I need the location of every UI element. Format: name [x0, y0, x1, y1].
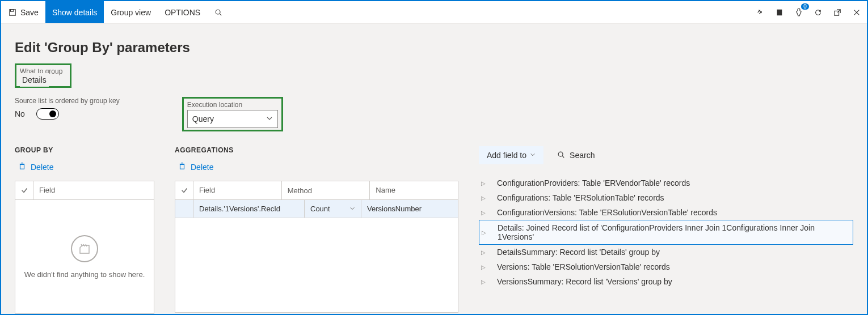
expand-arrow-icon[interactable]: ▷: [481, 180, 487, 186]
save-label: Save: [20, 8, 39, 17]
tree-item-label: Configurations: Table 'ERSolutionTable' …: [497, 193, 664, 202]
agg-col-method[interactable]: Method: [282, 181, 370, 199]
agg-row-field[interactable]: Details.'1Versions'.RecId: [193, 200, 305, 218]
tree-item[interactable]: ▷Versions: Table 'ERSolutionVersionTable…: [479, 259, 853, 274]
notif-badge: 0: [801, 3, 809, 10]
tree-item[interactable]: ▷Details: Joined Record list of 'Configu…: [479, 220, 853, 245]
exec-loc-select[interactable]: Query: [187, 110, 278, 128]
tree-item[interactable]: ▷ConfigurationVersions: Table 'ERSolutio…: [479, 205, 853, 220]
office-icon[interactable]: [774, 7, 785, 18]
tree-section: Add field to Search ▷ConfigurationProvid…: [479, 146, 853, 289]
trash-icon: [18, 162, 26, 172]
expand-arrow-icon[interactable]: ▷: [481, 195, 487, 201]
group-by-empty-msg: We didn't find anything to show here.: [24, 270, 145, 279]
agg-col-field[interactable]: Field: [193, 181, 282, 199]
chevron-down-icon: [530, 151, 536, 159]
tree-item-label: DetailsSummary: Record list 'Details' gr…: [497, 248, 660, 257]
tree-item-label: Details: Joined Record list of 'Configur…: [498, 223, 850, 241]
tree-item[interactable]: ▷VersionsSummary: Record list 'Versions'…: [479, 274, 853, 289]
tree-item[interactable]: ▷Configurations: Table 'ERSolutionTable'…: [479, 190, 853, 205]
save-icon: [8, 8, 17, 17]
aggregations-delete-button[interactable]: Delete: [175, 162, 213, 172]
exec-loc-value: Query: [192, 114, 214, 124]
ordered-value: No: [15, 109, 25, 118]
select-all-checkbox[interactable]: [175, 181, 193, 199]
expand-arrow-icon[interactable]: ▷: [481, 264, 487, 270]
chevron-down-icon: [266, 115, 273, 124]
action-pane: Save Show details Group view OPTIONS 0: [1, 1, 867, 24]
svg-line-15: [562, 156, 564, 158]
close-icon[interactable]: [851, 7, 862, 18]
expand-arrow-icon[interactable]: ▷: [482, 229, 487, 236]
aggregations-grid: Field Method Name Details.'1Versions'.Re…: [175, 181, 458, 313]
svg-line-3: [220, 14, 221, 15]
tree-item-label: Versions: Table 'ERSolutionVersionTable'…: [497, 262, 670, 271]
chevron-down-icon: [349, 205, 355, 213]
options-button[interactable]: OPTIONS: [158, 1, 207, 23]
options-label: OPTIONS: [165, 8, 200, 17]
group-by-col-field[interactable]: Field: [33, 181, 154, 199]
agg-row-method-value: Count: [310, 205, 330, 213]
add-field-to-button[interactable]: Add field to: [479, 146, 543, 164]
group-view-label: Group view: [111, 8, 151, 17]
tree-toolbar: Add field to Search: [479, 146, 853, 164]
toggle-knob: [49, 110, 56, 117]
what-to-group-value[interactable]: Details: [20, 73, 49, 87]
search-icon: [557, 151, 565, 160]
show-details-label: Show details: [52, 8, 97, 17]
select-all-checkbox[interactable]: [15, 181, 33, 199]
group-by-grid: Field We didn't find anything to show he…: [15, 181, 154, 314]
what-to-group-value-ext: [71, 72, 853, 88]
agg-row-name[interactable]: VersionsNumber: [361, 200, 458, 218]
agg-grid-whitespace: [175, 218, 458, 312]
aggregations-delete-label: Delete: [191, 163, 213, 172]
search-icon: [214, 8, 223, 17]
main-columns: GROUP BY Delete Field We: [15, 146, 853, 314]
notifications-icon[interactable]: 0: [793, 7, 804, 18]
group-view-button[interactable]: Group view: [104, 1, 158, 23]
ordered-toggle[interactable]: [36, 108, 59, 120]
page-title: Edit 'Group By' parameters: [15, 40, 853, 56]
group-by-delete-button[interactable]: Delete: [15, 162, 53, 172]
agg-col-name[interactable]: Name: [370, 181, 458, 199]
show-details-button[interactable]: Show details: [45, 1, 104, 23]
expand-arrow-icon[interactable]: ▷: [481, 249, 487, 256]
toolbar-left: Save Show details Group view OPTIONS: [1, 1, 230, 23]
what-to-group-row: What to group Details: [15, 63, 853, 88]
group-by-grid-header: Field: [15, 181, 154, 200]
attach-icon[interactable]: [755, 7, 766, 18]
group-by-heading: GROUP BY: [15, 146, 154, 154]
execution-location-highlighted: Execution location Query: [182, 97, 283, 131]
svg-point-14: [558, 152, 563, 156]
popout-icon[interactable]: [832, 7, 843, 18]
aggregations-grid-header: Field Method Name: [175, 181, 458, 200]
ordered-toggle-field: Source list is ordered by group key No: [15, 97, 120, 120]
tree-item-label: ConfigurationVersions: Table 'ERSolution…: [497, 208, 717, 217]
svg-rect-4: [777, 9, 782, 15]
svg-rect-8: [20, 164, 24, 169]
aggregations-heading: AGGREGATIONS: [175, 146, 458, 154]
save-button[interactable]: Save: [1, 1, 45, 23]
refresh-icon[interactable]: [812, 7, 824, 18]
trash-icon: [178, 162, 186, 172]
search-button[interactable]: [207, 1, 230, 23]
tree-search-button[interactable]: Search: [557, 151, 595, 160]
tree-list: ▷ConfigurationProviders: Table 'ERVendor…: [479, 176, 853, 289]
group-by-section: GROUP BY Delete Field We: [15, 146, 154, 314]
exec-loc-label: Execution location: [187, 101, 242, 109]
tree-search-label: Search: [570, 151, 595, 160]
group-by-delete-label: Delete: [31, 163, 53, 172]
expand-arrow-icon[interactable]: ▷: [481, 279, 487, 285]
table-row[interactable]: Details.'1Versions'.RecId Count Versions…: [175, 200, 458, 218]
tree-item[interactable]: ▷DetailsSummary: Record list 'Details' g…: [479, 245, 853, 259]
agg-row-method[interactable]: Count: [305, 200, 361, 218]
row-checkbox[interactable]: [175, 200, 193, 218]
options-row: Source list is ordered by group key No E…: [15, 97, 853, 131]
tree-item[interactable]: ▷ConfigurationProviders: Table 'ERVendor…: [479, 176, 853, 190]
group-by-empty: We didn't find anything to show here.: [15, 200, 154, 313]
what-to-group-highlighted: What to group Details: [15, 63, 71, 88]
empty-icon: [71, 235, 98, 262]
toolbar-right: 0: [755, 1, 867, 23]
expand-arrow-icon[interactable]: ▷: [481, 210, 487, 216]
svg-rect-1: [11, 9, 14, 11]
